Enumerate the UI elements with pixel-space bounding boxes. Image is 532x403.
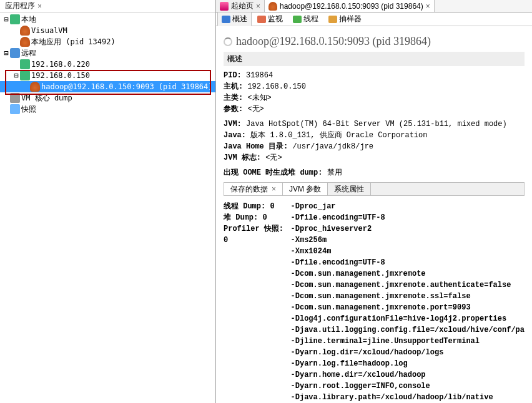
subtab-monitor[interactable]: 监视 bbox=[253, 12, 287, 26]
remote-icon bbox=[10, 48, 20, 58]
overview-icon bbox=[222, 16, 230, 23]
tree-node-vmdump[interactable]: VM 核心 dump bbox=[0, 92, 215, 104]
tree-label: 远程 bbox=[20, 48, 36, 59]
tree-node-remote-app[interactable]: hadoop@192.168.0.150:9093 (pid 319864) bbox=[0, 81, 215, 92]
subtab-label: 抽样器 bbox=[339, 14, 362, 24]
tab-startpage[interactable]: 起始页 × bbox=[216, 0, 265, 12]
threads-icon bbox=[293, 16, 302, 23]
inner-tabs: 保存的数据 × JVM 参数 系统属性 bbox=[224, 182, 525, 196]
javahome-value: /usr/java/jdk8/jre bbox=[288, 142, 373, 151]
java-icon bbox=[20, 26, 30, 36]
pid-label: PID: bbox=[224, 71, 242, 80]
jvm-arg-item: -Xms256m bbox=[291, 235, 525, 246]
java-icon bbox=[268, 2, 277, 11]
tab-label: hadoop@192.168.0.150:9093 (pid 319864) bbox=[280, 2, 423, 11]
snapshot-icon bbox=[10, 104, 20, 114]
innertab-saved-data[interactable]: 保存的数据 × bbox=[224, 183, 283, 195]
jvm-arg-item: -Xmx1024m bbox=[291, 246, 525, 257]
subtab-label: 线程 bbox=[303, 14, 318, 24]
tree-label: 快照 bbox=[20, 104, 36, 115]
jvm-arg-item: -Dyarn.log.file=hadoop.log bbox=[291, 358, 525, 369]
innertab-jvm-args[interactable]: JVM 参数 bbox=[283, 183, 328, 195]
subtab-threads[interactable]: 线程 bbox=[288, 12, 323, 26]
jvm-arg-item: -Dyarn.home.dir=/xcloud/hadoop bbox=[291, 369, 525, 381]
collapse-icon[interactable]: ⊟ bbox=[2, 49, 10, 57]
tree-label: VisualVM bbox=[30, 26, 67, 35]
jvm-arg-item: -Dyarn.log.dir=/xcloud/hadoop/logs bbox=[291, 347, 525, 358]
tree-node-local[interactable]: ⊟ 本地 bbox=[0, 14, 215, 25]
tree-node-snapshot[interactable]: 快照 bbox=[0, 104, 215, 115]
innertab-label: 系统属性 bbox=[334, 184, 364, 195]
collapse-icon[interactable]: ⊟ bbox=[2, 15, 10, 24]
innertab-system-props[interactable]: 系统属性 bbox=[328, 183, 371, 195]
pid-value: 319864 bbox=[242, 71, 273, 80]
tree-node-localapp[interactable]: 本地应用 (pid 13492) bbox=[0, 36, 215, 47]
applications-tab[interactable]: 应用程序 × bbox=[2, 0, 44, 12]
tree-label: 192.168.0.220 bbox=[30, 60, 90, 69]
host-icon bbox=[10, 14, 20, 24]
close-icon[interactable]: × bbox=[37, 2, 42, 11]
close-icon[interactable]: × bbox=[426, 2, 430, 11]
tab-label: 起始页 bbox=[231, 1, 254, 11]
tree-label: 192.168.0.150 bbox=[30, 71, 90, 80]
editor-tabs: 起始页 × hadoop@192.168.0.150:9093 (pid 319… bbox=[216, 0, 532, 12]
subtab-label: 概述 bbox=[232, 14, 247, 24]
jvm-arg-item: -Djava.library.path=/xcloud/hadoop/lib/n… bbox=[291, 392, 525, 403]
jvm-arg-item: -Dyarn.root.logger=INFO,console bbox=[291, 381, 525, 392]
innertab-label: JVM 参数 bbox=[289, 184, 321, 195]
heap-dump-count: 堆 Dump: 0 bbox=[224, 213, 267, 222]
jvm-arg-item: -Dproc_hiveserver2 bbox=[291, 223, 525, 235]
oome-label: 出现 OOME 时生成堆 dump: bbox=[224, 168, 322, 177]
applications-tab-label: 应用程序 bbox=[5, 1, 35, 11]
oome-value: 禁用 bbox=[322, 168, 342, 177]
jvmflags-value: <无> bbox=[261, 153, 282, 162]
host-icon bbox=[20, 70, 30, 80]
page-title: hadoop@192.168.0.150:9093 (pid 319864) bbox=[236, 35, 431, 48]
jvm-arg-item: -Dlog4j.configurationFile=hive-log4j2.pr… bbox=[291, 313, 525, 324]
left-panel-header: 应用程序 × bbox=[0, 0, 215, 12]
jvm-arg-item: -Dfile.encoding=UTF-8 bbox=[291, 257, 525, 268]
applications-tree[interactable]: ⊟ 本地 VisualVM 本地应用 (pid 13492) ⊟ 远程 192.… bbox=[0, 12, 215, 403]
coredump-icon bbox=[10, 93, 20, 103]
subtab-label: 监视 bbox=[268, 14, 283, 24]
jvm-args-list: -Dproc_jar-Dfile.encoding=UTF-8-Dproc_hi… bbox=[291, 201, 525, 403]
java-value: 版本 1.8.0_131, 供应商 Oracle Corporation bbox=[246, 131, 427, 140]
detail-tabs: 概述 监视 线程 抽样器 bbox=[216, 12, 532, 26]
jvm-arg-item: -Dcom.sun.management.jmxremote.authentic… bbox=[291, 279, 525, 291]
tree-node-host1[interactable]: 192.168.0.220 bbox=[0, 59, 215, 70]
sampler-icon bbox=[328, 16, 337, 23]
subtab-sampler[interactable]: 抽样器 bbox=[324, 12, 366, 26]
jvm-arg-item: -Dcom.sun.management.jmxremote bbox=[291, 268, 525, 279]
java-label: Java: bbox=[224, 131, 246, 140]
tree-label: VM 核心 dump bbox=[20, 93, 72, 104]
editor-panel: 起始页 × hadoop@192.168.0.150:9093 (pid 319… bbox=[216, 0, 532, 403]
args-label: 参数: bbox=[224, 105, 243, 114]
subtab-overview[interactable]: 概述 bbox=[217, 12, 252, 26]
tree-label: hadoop@192.168.0.150:9093 (pid 319864) bbox=[40, 82, 213, 91]
close-icon[interactable]: × bbox=[272, 185, 276, 193]
tree-label: 本地应用 (pid 13492) bbox=[30, 37, 116, 47]
saved-data-list: 线程 Dump: 0 堆 Dump: 0 Profiler 快照: 0 bbox=[224, 201, 291, 403]
close-icon[interactable]: × bbox=[256, 2, 260, 11]
host-icon bbox=[20, 59, 30, 69]
jvmflags-label: JVM 标志: bbox=[224, 153, 261, 162]
jvm-arg-item: -Djava.util.logging.config.file=/xcloud/… bbox=[291, 324, 525, 336]
args-value: <无> bbox=[243, 105, 264, 114]
overview-section-header: 概述 bbox=[224, 52, 525, 66]
jvm-value: Java HotSpot(TM) 64-Bit Server VM (25.13… bbox=[242, 120, 507, 129]
tree-label: 本地 bbox=[20, 14, 36, 25]
thread-dump-count: 线程 Dump: 0 bbox=[224, 202, 275, 211]
java-icon bbox=[30, 82, 40, 92]
jvm-arg-item: -Dfile.encoding=UTF-8 bbox=[291, 212, 525, 223]
host-label: 主机: bbox=[224, 82, 243, 91]
java-icon bbox=[20, 37, 30, 47]
mainclass-value: <未知> bbox=[243, 94, 272, 102]
jvm-arg-item: -Dcom.sun.management.jmxremote.ssl=false bbox=[291, 291, 525, 302]
tab-remote-app[interactable]: hadoop@192.168.0.150:9093 (pid 319864) × bbox=[265, 0, 435, 12]
applications-panel: 应用程序 × ⊟ 本地 VisualVM 本地应用 (pid 13492) ⊟ … bbox=[0, 0, 216, 403]
tree-node-host2[interactable]: ⊟ 192.168.0.150 bbox=[0, 70, 215, 81]
tree-node-remote[interactable]: ⊟ 远程 bbox=[0, 47, 215, 59]
tree-node-visualvm[interactable]: VisualVM bbox=[0, 25, 215, 36]
jvm-arg-item: -Dcom.sun.management.jmxremote.port=9093 bbox=[291, 302, 525, 313]
collapse-icon[interactable]: ⊟ bbox=[12, 71, 20, 80]
